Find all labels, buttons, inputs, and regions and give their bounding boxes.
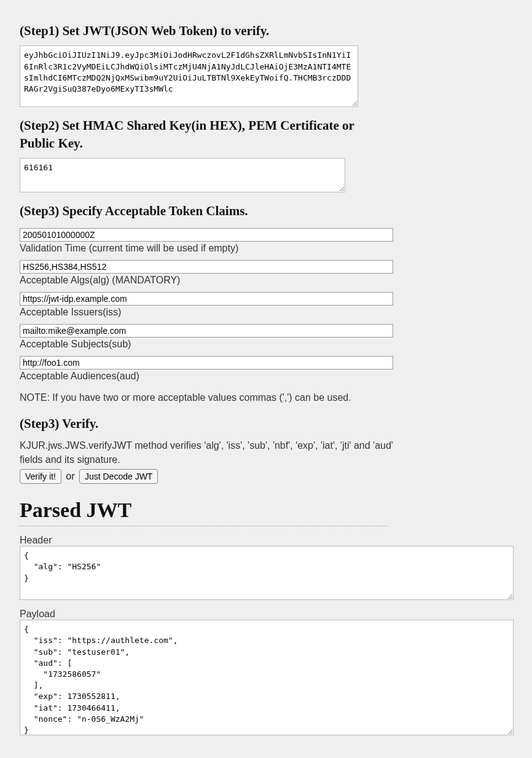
header-output[interactable] <box>20 546 514 600</box>
parsed-jwt-heading: Parsed JWT <box>20 499 388 526</box>
validation-time-input[interactable] <box>20 228 393 242</box>
verify-heading: (Step3) Verify. <box>20 415 512 432</box>
step2-heading: (Step2) Set HMAC Shared Key(in HEX), PEM… <box>20 117 364 152</box>
step1-heading: (Step1) Set JWT(JSON Web Token) to verif… <box>20 22 512 39</box>
header-label: Header <box>20 535 512 546</box>
sub-label: Acceptable Subjects(sub) <box>20 339 512 350</box>
jwt-input[interactable] <box>20 45 358 107</box>
aud-label: Acceptable Audiences(aud) <box>20 371 512 382</box>
decode-button[interactable]: Just Decode JWT <box>79 469 158 484</box>
aud-input[interactable] <box>20 356 393 369</box>
key-input[interactable] <box>20 158 345 192</box>
verify-desc: KJUR.jws.JWS.verifyJWT method verifies '… <box>20 438 407 467</box>
verify-button[interactable]: Verify it! <box>20 469 61 484</box>
claims-note: NOTE: If you have two or more acceptable… <box>20 390 407 405</box>
iss-label: Acceptable Issuers(iss) <box>20 307 512 318</box>
validation-time-label: Validation Time (current time will be us… <box>20 243 512 254</box>
sub-input[interactable] <box>20 324 393 338</box>
step3-heading: (Step3) Specify Acceptable Token Claims. <box>20 202 512 219</box>
payload-label: Payload <box>20 609 512 620</box>
payload-output[interactable] <box>20 620 514 735</box>
algs-input[interactable] <box>20 260 393 274</box>
iss-input[interactable] <box>20 292 393 306</box>
algs-label: Acceptable Algs(alg) (MANDATORY) <box>20 275 512 286</box>
or-text: or <box>66 471 74 481</box>
